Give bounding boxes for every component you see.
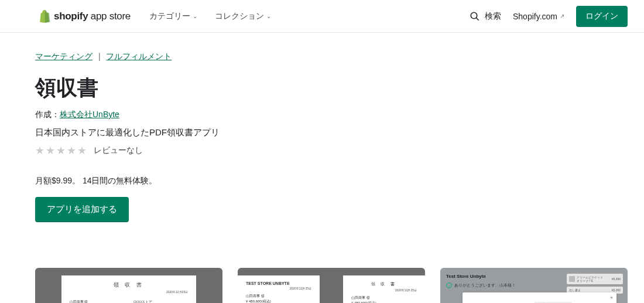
tagline: 日本国内ストアに最適化したPDF領収書アプリ: [35, 127, 609, 138]
screenshot-thumb[interactable]: 領 収 書 2020年12月25日 山田商事 様 ¥ 480,600(税込) 但…: [35, 268, 222, 303]
screenshot-thumb[interactable]: TEST STORE UNBYTE 2020年12月25日 山田商事 様 ¥ 4…: [238, 268, 425, 303]
chevron-down-icon: ⌄: [266, 13, 271, 19]
author-line: 作成：株式会社UnByte: [35, 110, 609, 120]
header-right: 検索 Shopify.com ↗ ログイン: [470, 6, 628, 27]
close-icon: ×: [610, 295, 613, 300]
screenshot-thumb[interactable]: Test Store Unbyte ✓ ありがとうございます、山本様！ クリーム…: [440, 268, 628, 303]
rating-row: ★★★★★ レビューなし: [35, 144, 609, 157]
shopify-logo[interactable]: shopify app store: [39, 10, 131, 23]
crumb-separator: |: [98, 52, 101, 61]
main-content: マーケティング | フルフィルメント 領収書 作成：株式会社UnByte 日本国…: [0, 33, 644, 303]
list-item: クリームビスケット オリーブ / S ¥5,000: [567, 274, 623, 284]
product-thumb-icon: [569, 276, 575, 282]
crumb-marketing[interactable]: マーケティング: [35, 52, 93, 61]
logo-text: shopify app store: [54, 11, 131, 22]
check-circle-icon: ✓: [446, 282, 452, 288]
by-prefix: 作成：: [35, 110, 60, 119]
page-title: 領収書: [35, 74, 609, 103]
receipt-title: 領 収 書: [70, 281, 188, 289]
search-label: 検索: [485, 11, 501, 22]
nav-collections-label: コレクション: [215, 11, 264, 22]
receipt-preview: TEST STORE UNBYTE 2020年12月25日 山田商事 様 ¥ 4…: [238, 275, 320, 303]
reviews-label: レビューなし: [94, 145, 143, 156]
search-icon: [470, 11, 480, 22]
crumb-fulfillment[interactable]: フルフィルメント: [106, 52, 172, 61]
svg-point-0: [471, 12, 477, 19]
nav-categories-label: カテゴリー: [149, 11, 190, 22]
receipt-preview: 領 収 書 2020年12月25日 山田商事 様 ¥ 480,600(税込) 但…: [343, 275, 425, 303]
nav-collections[interactable]: コレクション ⌄: [215, 11, 271, 22]
shopify-bag-icon: [39, 10, 50, 23]
star-rating-icon: ★★★★★: [35, 144, 88, 157]
add-app-button[interactable]: アプリを追加する: [35, 197, 129, 222]
chevron-down-icon: ⌄: [193, 13, 197, 19]
login-button[interactable]: ログイン: [576, 6, 628, 27]
shopify-com-link[interactable]: Shopify.com ↗: [513, 12, 564, 21]
screenshot-gallery: 領 収 書 2020年12月25日 山田商事 様 ¥ 480,600(税込) 但…: [35, 268, 609, 303]
developer-link[interactable]: 株式会社UnByte: [60, 110, 119, 119]
svg-line-1: [476, 18, 479, 21]
primary-nav: カテゴリー ⌄ コレクション ⌄: [149, 11, 271, 22]
nav-categories[interactable]: カテゴリー ⌄: [149, 11, 197, 22]
pricing-text: 月額$9.99。 14日間の無料体験。: [35, 176, 609, 186]
receipt-modal: × 領収書の宛名 山田商事 但し書き お弁当代 PDFを表示: [463, 292, 616, 303]
receipt-preview: 領 収 書 2020年12月25日 山田商事 様 ¥ 480,600(税込) 但…: [61, 275, 196, 303]
receipt-store: TEST STORE UNBYTE: [246, 281, 311, 285]
external-link-icon: ↗: [560, 13, 564, 19]
receipt-date: 2020年12月25日: [70, 290, 188, 294]
site-header: shopify app store カテゴリー ⌄ コレクション ⌄ 検索 Sh…: [0, 0, 644, 33]
shopify-com-label: Shopify.com: [513, 12, 557, 21]
breadcrumb: マーケティング | フルフィルメント: [35, 52, 609, 62]
search-button[interactable]: 検索: [470, 11, 501, 22]
